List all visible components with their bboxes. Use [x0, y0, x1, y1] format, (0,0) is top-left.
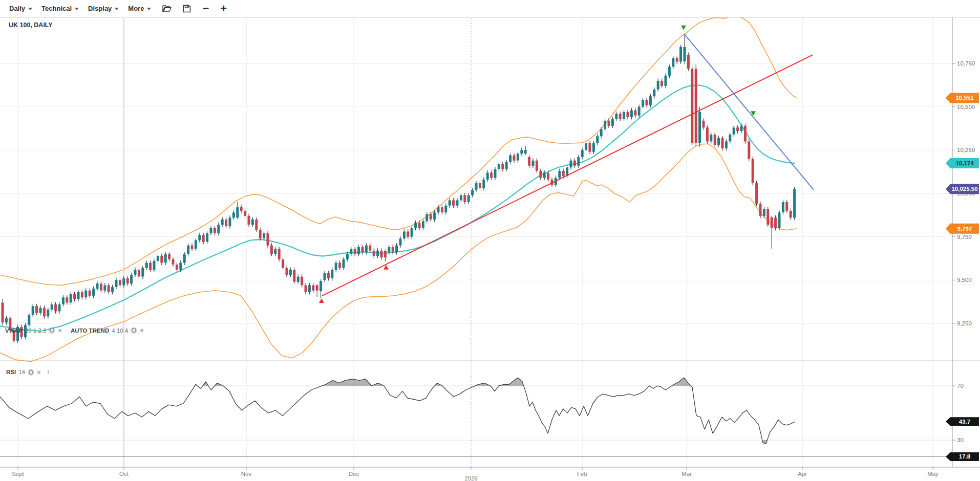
candle-body [343, 259, 345, 268]
candle-body [316, 286, 318, 291]
price-tick-label: 9,250 [957, 320, 972, 326]
candle-body [77, 292, 80, 299]
chevron-down-icon [28, 8, 32, 10]
lower-band-value-badge-label: 9,797 [957, 226, 972, 232]
candle-body [536, 161, 538, 171]
chevron-down-icon [75, 8, 79, 10]
candle-body [623, 112, 625, 119]
price-tick-label: 10,750 [957, 60, 975, 67]
candle-body [388, 247, 390, 252]
candle-body [89, 291, 91, 296]
close-icon[interactable]: × [140, 326, 144, 334]
candle-body [771, 217, 773, 228]
candle-body [642, 100, 644, 107]
move-up-icon[interactable]: ↑ [47, 368, 50, 376]
candle-body [66, 297, 68, 302]
candle-body [501, 164, 504, 169]
vwap-legend-params: 20 1 2 3 [25, 327, 47, 334]
candle-body [725, 141, 728, 148]
candle-body [710, 135, 712, 142]
candle-body [729, 135, 731, 142]
rsi-line [0, 378, 795, 444]
close-icon[interactable]: × [58, 326, 62, 334]
candle-body [395, 246, 398, 253]
candle-body [111, 287, 114, 292]
candle-body [293, 270, 295, 282]
candle-body [259, 230, 262, 238]
candle-body [270, 246, 273, 254]
candle-body [748, 141, 750, 159]
candle-body [695, 69, 697, 143]
candle-body [706, 127, 709, 141]
candle-body [657, 81, 659, 90]
candle-body [308, 286, 311, 293]
candle-body [785, 202, 788, 211]
candle-body [547, 172, 549, 180]
main-chart-svg[interactable]: 10,75010,50010,25010,0009,7509,5009,250S… [0, 0, 980, 481]
month-label: Nov [241, 471, 252, 477]
gear-icon[interactable] [131, 327, 137, 334]
candle-body [463, 195, 466, 202]
candle-body [581, 150, 584, 157]
price-tick-label: 10,250 [957, 147, 975, 153]
price-tick-label: 9,500 [957, 277, 972, 283]
candle-body [721, 138, 724, 148]
candle-body [634, 110, 636, 115]
rsi-tick-label: 30 [957, 437, 964, 443]
rsi-overbought-fill [372, 383, 384, 386]
auto-trend-down-line[interactable] [685, 34, 814, 190]
open-folder-icon[interactable] [162, 5, 172, 12]
candle-body [289, 270, 292, 275]
candle-body [376, 251, 379, 256]
save-icon[interactable] [183, 5, 191, 13]
candle-body [638, 107, 641, 116]
candle-body [490, 172, 493, 178]
candle-body [698, 112, 701, 143]
chevron-down-icon [115, 8, 119, 10]
gear-icon[interactable] [28, 369, 34, 376]
gear-icon[interactable] [49, 327, 55, 334]
auto-trend-up-line[interactable] [322, 55, 813, 296]
chart-toolbar: Daily Technical Display More − + [0, 0, 980, 17]
candle-body [39, 308, 42, 313]
candle-body [248, 216, 250, 225]
candle-body [471, 190, 474, 195]
candle-body [35, 306, 38, 313]
candle-body [361, 247, 364, 252]
candle-body [661, 81, 663, 86]
candle-body [422, 221, 424, 228]
candle-body [740, 126, 743, 131]
zoom-out-icon[interactable]: − [202, 4, 209, 14]
more-menu[interactable]: More [128, 5, 151, 12]
candle-body [164, 254, 167, 263]
candle-body [43, 308, 46, 317]
candle-body [54, 304, 57, 312]
rsi-current-badge-label: 43.7 [959, 419, 970, 425]
candle-body [608, 121, 610, 126]
candle-body [649, 96, 652, 105]
candle-body [452, 201, 455, 206]
candle-body [373, 251, 375, 256]
candle-body [479, 183, 481, 188]
technical-menu[interactable]: Technical [41, 5, 79, 12]
candle-body [532, 161, 535, 166]
candles-layer [2, 34, 796, 343]
candle-body [282, 259, 284, 268]
candle-body [244, 211, 246, 216]
candle-body [778, 212, 781, 228]
candle-body [782, 202, 784, 212]
timeframe-menu[interactable]: Daily [9, 5, 32, 12]
page-title: UK 100, DAILY [9, 21, 53, 29]
candle-body [58, 304, 61, 312]
close-icon[interactable]: × [37, 368, 41, 376]
candle-body [676, 58, 678, 62]
zoom-in-icon[interactable]: + [220, 4, 227, 14]
candle-body [399, 238, 402, 246]
candle-body [668, 67, 671, 76]
candle-body [672, 58, 674, 67]
candle-body [354, 249, 356, 254]
candle-body [278, 249, 281, 259]
display-menu[interactable]: Display [88, 5, 119, 12]
candle-body [28, 315, 30, 325]
candle-body [32, 306, 34, 315]
